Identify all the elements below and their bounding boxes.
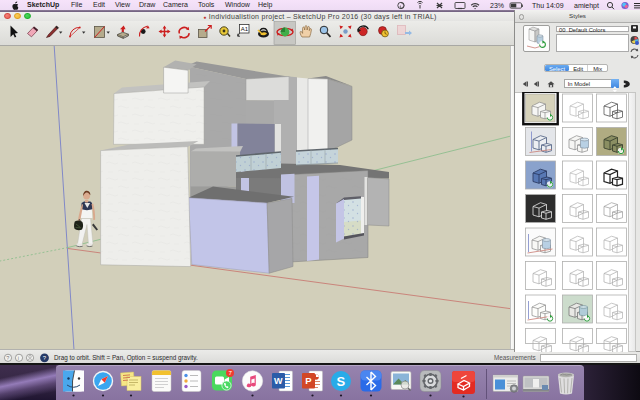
svg-text:amiehpt: amiehpt xyxy=(574,2,599,10)
svg-text:i: i xyxy=(18,355,19,361)
svg-text:Thu 14:09: Thu 14:09 xyxy=(532,2,564,9)
svg-text:P: P xyxy=(305,375,312,386)
svg-text:A1: A1 xyxy=(241,26,249,32)
svg-text:W: W xyxy=(274,376,283,386)
svg-text:23%: 23% xyxy=(490,2,504,9)
svg-text:S: S xyxy=(337,373,346,388)
svg-text:?: ? xyxy=(6,355,9,361)
svg-text:7: 7 xyxy=(229,369,233,376)
